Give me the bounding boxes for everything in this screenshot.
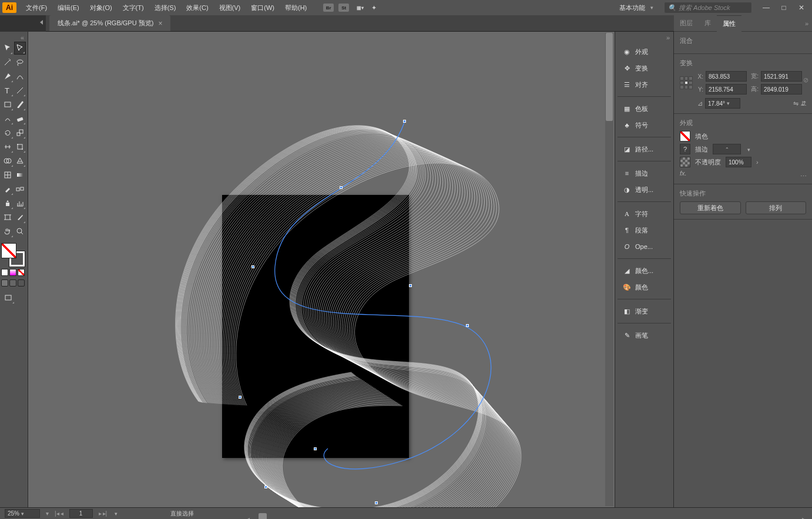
recolor-button[interactable]: 重新着色 [680, 201, 741, 214]
angle-field[interactable]: 17.84° [705, 98, 740, 109]
anchor-point[interactable] [403, 120, 406, 123]
last-artboard-icon[interactable]: ▸| [103, 510, 108, 517]
panel-character[interactable]: A字符 [618, 207, 671, 221]
zoom-dropdown[interactable]: 25% [5, 509, 40, 518]
menu-effect[interactable]: 效果(C) [182, 1, 213, 15]
menu-window[interactable]: 窗口(W) [246, 1, 279, 15]
zoom-menu-icon[interactable]: ▾ [46, 510, 49, 517]
vertical-scrollbar[interactable] [605, 33, 613, 506]
free-transform-tool[interactable] [15, 140, 26, 153]
tab-layers[interactable]: 图层 [674, 15, 699, 31]
panel-pathfinder[interactable]: ◪路径... [618, 142, 671, 156]
minimize-button[interactable]: — [758, 2, 774, 13]
stock-icon[interactable]: St [338, 4, 349, 12]
anchor-point[interactable] [251, 265, 254, 268]
panel-brushes[interactable]: ✎画笔 [618, 328, 671, 342]
perspective-tool[interactable] [15, 154, 26, 167]
anchor-point[interactable] [239, 396, 241, 399]
fill-stroke-indicator[interactable] [1, 243, 25, 267]
panel-expand-icon[interactable]: » [805, 20, 808, 27]
anchor-point[interactable] [314, 447, 317, 450]
artboard-number[interactable]: 1 [69, 509, 93, 518]
link-wh-icon[interactable]: ⊘ [803, 76, 808, 84]
workspace-switcher[interactable]: 基本功能 [615, 2, 658, 14]
artboard-tool[interactable] [2, 211, 14, 224]
draw-mode-icon[interactable] [1, 279, 8, 287]
zoom-tool[interactable] [15, 225, 26, 238]
menu-type[interactable]: 文字(T) [118, 1, 149, 15]
scrollbar-thumb[interactable] [606, 33, 613, 121]
menu-view[interactable]: 视图(V) [214, 1, 246, 15]
scroll-left-icon[interactable]: ◂ [247, 515, 250, 520]
panel-opentype[interactable]: OOpe... [618, 240, 671, 254]
type-tool[interactable]: T [2, 84, 14, 97]
panel-transform[interactable]: ✥变换 [618, 61, 671, 75]
panel-symbols[interactable]: ♣符号 [618, 118, 671, 132]
anchor-point[interactable] [340, 186, 343, 189]
menu-help[interactable]: 帮助(H) [280, 1, 311, 15]
next-artboard-icon[interactable]: ▸ [99, 510, 102, 517]
curvature-tool[interactable] [15, 70, 26, 83]
panel-color[interactable]: 🎨颜色 [618, 280, 671, 294]
toolbox-collapse-icon[interactable]: « [1, 34, 26, 41]
opacity-field[interactable]: 100% [726, 157, 751, 167]
menu-select[interactable]: 选择(S) [150, 1, 181, 15]
menu-object[interactable]: 对象(O) [85, 1, 117, 15]
panel-gradient[interactable]: ◧渐变 [618, 304, 671, 318]
canvas[interactable] [28, 32, 615, 507]
hand-tool[interactable] [2, 225, 14, 238]
draw-inside-icon[interactable] [18, 279, 25, 287]
menu-file[interactable]: 文件(F) [21, 1, 52, 15]
tab-libraries[interactable]: 库 [699, 15, 717, 31]
shaper-tool[interactable] [2, 112, 14, 125]
gradient-tool[interactable] [15, 168, 26, 181]
fx-icon[interactable]: fx. [680, 170, 687, 177]
artboard-menu-icon[interactable] [113, 510, 118, 517]
paintbrush-tool[interactable] [15, 98, 26, 111]
panel-appearance[interactable]: ◉外观 [618, 45, 671, 59]
opacity-arrow-icon[interactable]: › [756, 159, 759, 166]
magic-wand-tool[interactable] [2, 56, 14, 69]
rectangle-tool[interactable] [2, 98, 14, 111]
screen-mode-button[interactable] [2, 291, 15, 304]
bridge-icon[interactable]: Br [323, 4, 334, 12]
lasso-tool[interactable] [15, 56, 26, 69]
arrange-button[interactable]: 排列 [746, 201, 807, 214]
document-tab[interactable]: 线条.ai* @ 25% (RGB/GPU 预览) × [49, 15, 170, 31]
y-field[interactable]: 2158.754 [706, 84, 747, 95]
first-artboard-icon[interactable]: |◂ [55, 510, 59, 517]
dock-collapse-icon[interactable]: » [615, 34, 673, 43]
more-options-icon[interactable]: ⋯ [800, 173, 807, 180]
h-field[interactable]: 2849.019 [761, 84, 802, 95]
blend-tool[interactable] [15, 183, 26, 196]
anchor-point[interactable] [466, 324, 469, 327]
gpu-icon[interactable]: ✦ [371, 4, 377, 12]
selection-tool[interactable] [2, 42, 13, 55]
close-tab-icon[interactable]: × [158, 19, 162, 28]
color-mode-solid[interactable] [1, 269, 8, 276]
mesh-tool[interactable] [2, 168, 14, 181]
flip-h-icon[interactable]: ⇋ [793, 100, 798, 107]
direct-selection-tool[interactable] [14, 42, 26, 55]
shape-builder-tool[interactable] [2, 154, 14, 167]
panel-transparency[interactable]: ◑透明... [618, 183, 671, 197]
arrange-docs-icon[interactable]: ▦▾ [354, 4, 367, 12]
draw-behind-icon[interactable] [9, 279, 16, 287]
rotate-tool[interactable] [2, 126, 14, 139]
panel-align[interactable]: ☰对齐 [618, 77, 671, 92]
maximize-button[interactable]: □ [776, 2, 792, 13]
color-mode-none[interactable] [18, 269, 25, 276]
hscroll-thumb[interactable] [259, 513, 267, 520]
panel-swatches[interactable]: ▦色板 [618, 102, 671, 116]
pen-tool[interactable] [2, 70, 14, 83]
graph-tool[interactable] [15, 197, 26, 210]
menu-edit[interactable]: 编辑(E) [53, 1, 84, 15]
fill-swatch[interactable] [1, 243, 16, 258]
anchor-point[interactable] [375, 501, 378, 504]
reference-point-grid[interactable] [680, 76, 693, 89]
panel-colorguide[interactable]: ◢颜色... [618, 264, 671, 278]
eraser-tool[interactable] [15, 112, 26, 125]
slice-tool[interactable] [15, 211, 26, 224]
stroke-weight-field[interactable]: ⌃ [713, 144, 741, 154]
panel-stroke[interactable]: ≡描边 [618, 166, 671, 180]
